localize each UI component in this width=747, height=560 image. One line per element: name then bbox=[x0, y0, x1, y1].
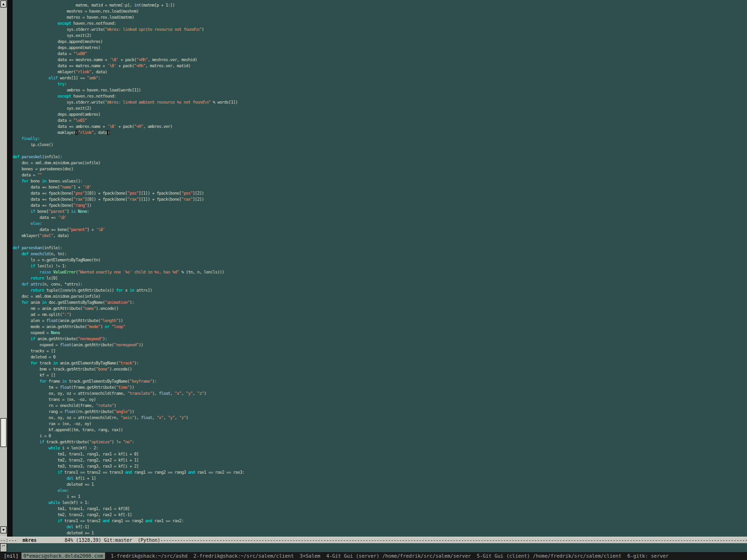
code-line: if trans1 == trans2 == trans3 and rang1 … bbox=[13, 469, 747, 476]
code-line: sys.stderr.write("mkres: linked sprite r… bbox=[13, 27, 747, 33]
code-line: deleted += 1 bbox=[13, 482, 747, 488]
code-line: data = "\x01" bbox=[13, 118, 747, 124]
code-line: return tuple([conv(n.getAttribute(x)) fo… bbox=[13, 287, 747, 294]
code-line: meshres = haven.res.load(meshnm) bbox=[13, 8, 747, 14]
code-line: for track in anim.getElementsByTagName("… bbox=[13, 360, 747, 366]
code-line: for bone in bones.values(): bbox=[13, 178, 747, 184]
code-line: data += bone["name"] + '\0' bbox=[13, 184, 747, 190]
code-line: for anim in doc.getElementsByTagName("an… bbox=[13, 300, 747, 306]
code-line: nm = anim.getAttribute("name").encode() bbox=[13, 306, 747, 312]
code-line: i = 0 bbox=[13, 433, 747, 439]
code-line: except haven.res.notfound: bbox=[13, 93, 747, 99]
code-line: rn = onechild(frame, "rotate") bbox=[13, 403, 747, 409]
screen-window-1[interactable]: 1-fredrik@shack:~/src/ashd bbox=[111, 553, 187, 559]
code-line: kf = [] bbox=[13, 372, 747, 378]
screen-window-2[interactable]: 2-fredrik@shack:~/src/salem/client bbox=[193, 553, 294, 559]
code-line: tm1, trans1, rang1, rax1 = kf[i + 0] bbox=[13, 451, 747, 457]
code-line: if trans1 == trans2 and rang1 == rang2 a… bbox=[13, 518, 747, 524]
code-line: ox, oy, oz = attrs(onechild(rn, "axis"),… bbox=[13, 415, 747, 421]
code-line: del kf[-1] bbox=[13, 524, 747, 530]
code-line: while len(kf) > 1: bbox=[13, 500, 747, 506]
code-line: else: bbox=[13, 221, 747, 227]
code-line bbox=[13, 239, 747, 245]
code-line: kf.append((tm, trans, rang, rax)) bbox=[13, 427, 747, 433]
code-line: data += bone["parent"] + '\0' bbox=[13, 227, 747, 233]
code-line: maklayer("rlink", data) bbox=[13, 130, 747, 136]
minibuffer-input[interactable] bbox=[14, 543, 742, 552]
code-line: tm1, trans1, rang1, rax1 = kf[0] bbox=[13, 506, 747, 512]
scrollbar-thumb[interactable] bbox=[0, 418, 7, 447]
code-line: data += meshres.name + '\0' + pack("<Hh"… bbox=[13, 57, 747, 63]
code-line bbox=[13, 148, 747, 154]
code-line: matnm, matid = matnm[:p], int(matnm[p + … bbox=[13, 2, 747, 8]
code-editor[interactable]: matnm, matid = matnm[:p], int(matnm[p + … bbox=[13, 0, 747, 537]
code-line: sys.exit(2) bbox=[13, 33, 747, 39]
code-line: def parseskan(infile): bbox=[13, 245, 747, 251]
code-line: doc = xml.dom.minidom.parse(infile) bbox=[13, 294, 747, 300]
code-line: doc = xml.dom.minidom.parse(infile) bbox=[13, 160, 747, 166]
screen-window-0[interactable]: 0*emacs@shack.dolda2000.com bbox=[21, 553, 105, 559]
screen-window-5[interactable]: 5-Git Gui (client) /home/fredrik/src/sal… bbox=[477, 553, 621, 559]
screen-status-bar: [nil] 0*emacs@shack.dolda2000.com 1-fred… bbox=[0, 552, 747, 560]
code-line: data = "" bbox=[13, 172, 747, 178]
modeline-dashes: ----------------------------------------… bbox=[160, 538, 747, 543]
code-line: trans = (ox, -oz, oy) bbox=[13, 397, 747, 403]
status-prefix: [nil] bbox=[0, 553, 19, 559]
window-fringe bbox=[7, 0, 13, 552]
code-line: data = "\x00" bbox=[13, 51, 747, 57]
code-line: ls = n.getElementsByTagName(tn) bbox=[13, 257, 747, 263]
emacs-frame: ▲ ▼ matnm, matid = matnm[:p], int(matnm[… bbox=[0, 0, 747, 552]
code-line: nspeed = None bbox=[13, 330, 747, 336]
code-line: while i < len(kf) - 2: bbox=[13, 445, 747, 451]
code-line: sys.stderr.write("mkres: linked ambient … bbox=[13, 99, 747, 105]
code-line: raise ValueError("Wanted exactly one `%s… bbox=[13, 269, 747, 275]
code-line: tm2, trans2, rang2, rax2 = kf[-1] bbox=[13, 512, 747, 518]
code-line: i += 1 bbox=[13, 494, 747, 500]
buffer-name: mkres bbox=[22, 538, 36, 543]
code-line: nspeed = float(anim.getAttribute("normsp… bbox=[13, 342, 747, 348]
code-line: data += '\0' bbox=[13, 215, 747, 221]
emacs-screen: ▲ ▼ matnm, matid = matnm[:p], int(matnm[… bbox=[0, 0, 747, 560]
code-line: if anim.getAttribute("normspeed"): bbox=[13, 336, 747, 342]
code-line: ip.close() bbox=[13, 142, 747, 148]
code-line: for frame in track.getElementsByTagName(… bbox=[13, 378, 747, 385]
code-text[interactable]: matnm, matid = matnm[:p], int(matnm[p + … bbox=[13, 0, 747, 536]
code-line: ad = nm.split(":") bbox=[13, 312, 747, 318]
screen-window-4[interactable]: 4-Git Gui (server) /home/fredrik/src/sal… bbox=[326, 553, 471, 559]
screen-window-6[interactable]: 6-gitk: server bbox=[627, 553, 669, 559]
modeline-prefix: --:--- bbox=[0, 538, 22, 543]
code-line: tm2, trans2, rang2, rax2 = kf[i + 1] bbox=[13, 457, 747, 463]
mode-line: --:--- mkres 84% (1328,39) Git:master (P… bbox=[0, 537, 747, 543]
code-line: data += matres.name + '\0' + pack("<Hh",… bbox=[13, 63, 747, 69]
code-line: elif words[1] == "amb": bbox=[13, 75, 747, 81]
modeline-gap bbox=[36, 538, 64, 543]
scroll-up-arrow-icon[interactable]: ▲ bbox=[0, 0, 7, 7]
code-line: tm = float(frame.getAttribute("time")) bbox=[13, 385, 747, 391]
code-line: data += fpack(bone["pos"][0]) + fpack(bo… bbox=[13, 190, 747, 196]
code-line: mode = anim.getAttribute("mode") or "loo… bbox=[13, 324, 747, 330]
code-line: deps.append(matres) bbox=[13, 45, 747, 51]
code-line: ambres = haven.res.load(words[1]) bbox=[13, 87, 747, 93]
code-line: data += ambres.name + '\0' + pack("<H", … bbox=[13, 124, 747, 130]
code-line: def attrs(n, conv, *attrs): bbox=[13, 281, 747, 287]
code-line: sys.exit(2) bbox=[13, 105, 747, 112]
code-line: bnm = track.getAttribute("bone").encode(… bbox=[13, 366, 747, 372]
code-line: data += fpack(bone["rax"][0]) + fpack(bo… bbox=[13, 196, 747, 203]
code-line: except haven.res.notfound: bbox=[13, 21, 747, 27]
code-line: deleted = 0 bbox=[13, 354, 747, 360]
vertical-scrollbar[interactable]: ▲ ▼ bbox=[0, 0, 7, 537]
code-line: deps.append(meshres) bbox=[13, 39, 747, 45]
scroll-down-arrow-icon[interactable]: ▼ bbox=[0, 526, 7, 533]
code-line: ox, oy, oz = attrs(onechild(frame, "tran… bbox=[13, 391, 747, 397]
code-line: mklayer("skel", data) bbox=[13, 233, 747, 239]
code-line: def parseskel(infile): bbox=[13, 154, 747, 160]
window-list: 0*emacs@shack.dolda2000.com 1-fredrik@sh… bbox=[19, 553, 675, 559]
code-line: def onechild(n, tn): bbox=[13, 251, 747, 257]
code-line: mklayer("rlink", data) bbox=[13, 69, 747, 75]
code-line: bones = parsebones(doc) bbox=[13, 166, 747, 172]
screen-window-3[interactable]: 3+Salem bbox=[300, 553, 320, 559]
code-line: del kf[i + 1] bbox=[13, 476, 747, 482]
code-line: tracks = [] bbox=[13, 348, 747, 354]
minibuffer[interactable]: ▴▾ bbox=[0, 543, 747, 552]
minibuffer-scroll-arrows-icon[interactable]: ▴▾ bbox=[0, 543, 7, 552]
